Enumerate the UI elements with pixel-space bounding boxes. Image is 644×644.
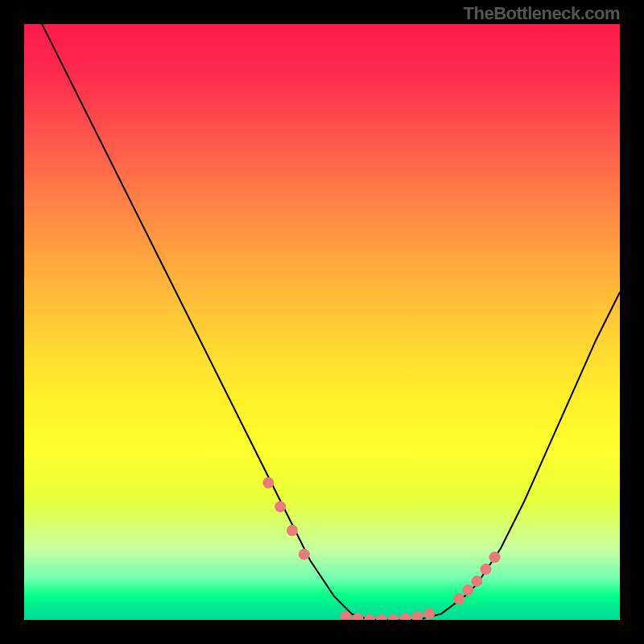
curve-marker-dot [275,501,286,512]
curve-marker-dot [400,613,411,621]
curve-marker-dot [462,584,473,596]
chart-svg [24,24,620,620]
curve-marker-dot [489,551,501,563]
curve-marker-group [262,477,500,620]
curve-marker-dot [364,614,375,620]
curve-marker-dot [471,576,482,587]
curve-marker-dot [453,593,464,605]
curve-marker-dot [262,477,274,489]
curve-marker-dot [481,564,492,575]
plot-area [24,24,620,620]
watermark-text: TheBottleneck.com [464,3,620,24]
curve-marker-dot [287,525,298,536]
bottleneck-curve [42,24,620,620]
curve-marker-dot [299,549,310,560]
curve-marker-dot [376,614,387,620]
chart-container: TheBottleneck.com [0,0,644,644]
curve-marker-dot [423,609,435,620]
curve-marker-dot [388,614,399,620]
curve-marker-dot [411,611,423,620]
